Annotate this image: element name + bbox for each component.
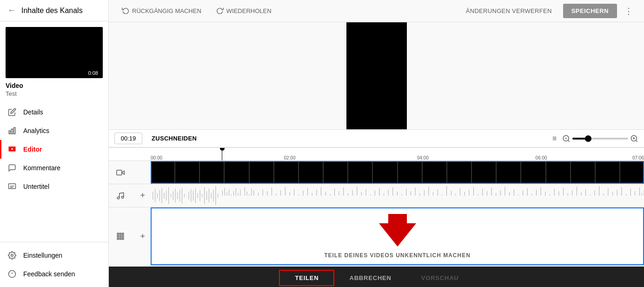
undo-label: RÜCKGÄNGIG MACHEN — [132, 7, 201, 14]
zoom-in-button[interactable] — [630, 134, 638, 143]
zuschneiden-label: ZUSCHNEIDEN — [152, 135, 197, 142]
sidebar-item-label: Details — [23, 108, 43, 116]
audio-track-icons: + — [109, 191, 151, 200]
redo-label: WIEDERHOLEN — [226, 7, 272, 14]
teilen-label: TEILEN — [295, 274, 319, 281]
timeline-controls: 00:19 ZUSCHNEIDEN ≡ — [109, 129, 644, 147]
subtitle-icon — [7, 182, 17, 191]
save-button[interactable]: SPEICHERN — [563, 4, 617, 18]
redo-button[interactable]: WIEDERHOLEN — [211, 4, 277, 18]
feedback-icon — [7, 269, 17, 279]
ruler-mark-3: 06:00 — [536, 155, 547, 160]
blur-add-button[interactable]: + — [140, 232, 145, 241]
audio-track-content — [151, 184, 644, 207]
settings-icon — [7, 251, 17, 260]
svg-rect-0 — [9, 131, 10, 134]
svg-rect-190 — [122, 236, 124, 237]
sidebar-item-details[interactable]: Details — [0, 103, 108, 121]
abbrechen-button[interactable]: ABBRECHEN — [334, 271, 406, 285]
audio-track-row: + — [109, 184, 644, 207]
svg-rect-1 — [12, 129, 13, 134]
timeline-section: 00:00 02:00 04:00 06:00 07:06 — [109, 147, 644, 287]
zoom-controls — [562, 134, 638, 143]
timeline-ruler: 00:00 02:00 04:00 06:00 07:06 — [109, 148, 644, 161]
analytics-icon — [7, 126, 17, 135]
sidebar-item-kommentare[interactable]: Kommentare — [0, 159, 108, 177]
sidebar-item-editor[interactable]: Editor — [0, 140, 108, 159]
video-track-icons — [109, 168, 151, 177]
back-button[interactable]: ← Inhalte des Kanals — [0, 0, 108, 21]
svg-rect-186 — [120, 233, 121, 234]
svg-rect-2 — [14, 127, 15, 134]
ruler-mark-0: 00:00 — [151, 155, 162, 160]
waveform-svg — [151, 184, 644, 207]
playhead-line — [222, 151, 222, 161]
vorschau-button[interactable]: VORSCHAU — [406, 271, 474, 285]
ruler-mark-1: 02:00 — [284, 155, 295, 160]
discard-label: ÄNDERUNGEN VERWERFEN — [466, 7, 552, 14]
zoom-knob — [585, 135, 591, 142]
playhead[interactable] — [220, 148, 225, 161]
svg-rect-192 — [120, 238, 121, 240]
camera-icon — [116, 168, 125, 177]
edit-icon — [7, 107, 17, 117]
sidebar-item-label: Analytics — [23, 127, 49, 134]
audio-add-button[interactable]: + — [140, 191, 145, 200]
svg-rect-189 — [120, 236, 121, 237]
sidebar-item-einstellungen[interactable]: Einstellungen — [0, 246, 108, 265]
svg-rect-188 — [117, 236, 119, 237]
svg-point-8 — [11, 254, 13, 257]
more-icon: ⋮ — [624, 7, 633, 16]
sidebar-item-label: Kommentare — [23, 164, 60, 172]
svg-point-21 — [117, 197, 120, 199]
zuschneiden-button[interactable]: ZUSCHNEIDEN — [148, 133, 200, 144]
svg-line-16 — [636, 140, 637, 141]
video-thumbnail: 0:08 — [6, 27, 103, 78]
svg-marker-19 — [122, 171, 124, 174]
video-preview — [109, 22, 644, 129]
svg-marker-194 — [379, 214, 416, 247]
svg-rect-185 — [117, 233, 119, 234]
redo-icon — [216, 7, 224, 15]
back-icon: ← — [7, 6, 16, 15]
svg-rect-193 — [122, 238, 124, 240]
video-frame — [346, 22, 407, 129]
editor-icon — [7, 145, 17, 154]
sidebar-item-feedback[interactable]: Feedback senden — [0, 265, 108, 283]
sidebar-item-label: Einstellungen — [23, 252, 62, 259]
sidebar: ← Inhalte des Kanals 0:08 Video Test Det… — [0, 0, 109, 287]
blur-track-content: TEILE DEINES VIDEOS UNKENNTLICH MACHEN — [151, 207, 644, 265]
nav-items: Details Analytics Editor Kommentare — [0, 103, 108, 242]
time-display: 00:19 — [114, 133, 142, 144]
svg-rect-187 — [122, 233, 124, 234]
menu-icon: ≡ — [552, 134, 557, 143]
save-label: SPEICHERN — [571, 7, 609, 14]
toolbar: RÜCKGÄNGIG MACHEN WIEDERHOLEN ÄNDERUNGEN… — [109, 0, 644, 22]
nav-bottom: Einstellungen Feedback senden — [0, 242, 108, 287]
video-subtitle: Test — [0, 90, 108, 103]
more-button[interactable]: ⋮ — [621, 3, 637, 19]
vorschau-label: VORSCHAU — [421, 274, 459, 281]
undo-icon — [122, 7, 129, 15]
ruler-mark-4: 07:06 — [632, 155, 644, 160]
discard-button[interactable]: ÄNDERUNGEN VERWERFEN — [458, 4, 559, 18]
blur-track-row: + TEILE DEINES VIDEOS UNKENNTLICH — [109, 207, 644, 266]
blur-label: TEILE DEINES VIDEOS UNKENNTLICH MACHEN — [324, 252, 471, 259]
editor-area: 00:19 ZUSCHNEIDEN ≡ — [109, 22, 644, 287]
zoom-out-button[interactable] — [562, 134, 571, 143]
zoom-slider[interactable] — [572, 138, 628, 140]
ruler-mark-2: 04:00 — [417, 155, 429, 160]
svg-rect-20 — [117, 170, 122, 175]
undo-button[interactable]: RÜCKGÄNGIG MACHEN — [116, 4, 207, 18]
teilen-button[interactable]: TEILEN — [279, 270, 334, 286]
sidebar-item-analytics[interactable]: Analytics — [0, 121, 108, 140]
comment-icon — [7, 163, 17, 173]
main-area: RÜCKGÄNGIG MACHEN WIEDERHOLEN ÄNDERUNGEN… — [109, 0, 644, 287]
svg-rect-191 — [117, 238, 119, 240]
svg-point-22 — [121, 196, 124, 198]
music-icon — [116, 192, 125, 200]
video-track-row — [109, 161, 644, 184]
abbrechen-label: ABBRECHEN — [349, 274, 391, 281]
blur-icon — [116, 232, 125, 240]
sidebar-item-untertitel[interactable]: Untertitel — [0, 177, 108, 196]
